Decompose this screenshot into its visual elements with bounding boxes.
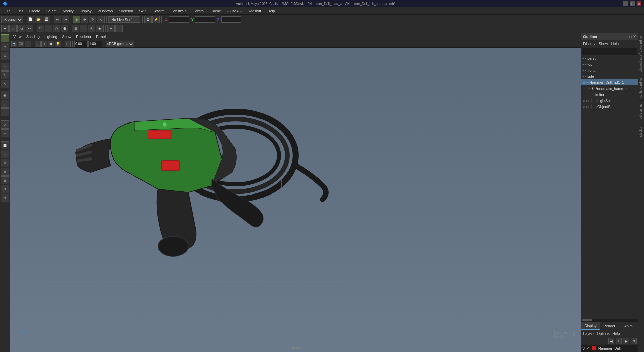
snap-grid-btn[interactable]: ⊞	[72, 25, 79, 32]
layout6-btn[interactable]: ⊞	[1, 185, 9, 193]
tree-item-light-set[interactable]: ◈ defaultLightSet	[581, 98, 638, 104]
hide-btn[interactable]: ⊗	[1, 129, 9, 137]
rotate-btn[interactable]: ↻	[89, 16, 96, 23]
outliner-menu-help[interactable]: Help	[611, 42, 619, 46]
move-tool-btn[interactable]: ✛	[1, 63, 9, 71]
vp-grid-btn[interactable]: ⊞	[25, 41, 31, 47]
tree-item-hammer-drill[interactable]: ⊕ ─ Hammer_Drill_nd1_1	[581, 79, 638, 85]
paint-btn[interactable]: ✏	[26, 25, 33, 32]
rotate-tool-btn[interactable]: ↻	[1, 71, 9, 79]
vp-wireframe-btn[interactable]: ⬚	[35, 41, 41, 47]
plus-btn[interactable]: +	[107, 25, 115, 32]
anim-tab[interactable]: Anim	[619, 322, 638, 330]
outliner-maximize[interactable]: □	[629, 34, 632, 39]
vp-menu-panels[interactable]: Panels	[94, 34, 110, 39]
snap-curve-btn[interactable]: ⌒	[80, 25, 87, 32]
help-label[interactable]: Help	[612, 331, 620, 336]
arrow-btn[interactable]: ↗	[9, 25, 17, 32]
outliner-hscrollbar[interactable]	[581, 319, 638, 322]
minimize-button[interactable]: ─	[623, 1, 628, 6]
tree-item-limiter[interactable]: Limiter	[581, 92, 638, 98]
gamma-select[interactable]: sRGB gamma	[106, 41, 134, 47]
layer-settings-btn[interactable]: ⚙	[631, 338, 637, 344]
tree-item-object-set[interactable]: ◈ defaultObjectSet	[581, 104, 638, 110]
free-sel-btn[interactable]: ⬢	[61, 25, 68, 32]
layout1-btn[interactable]: ⬜	[1, 141, 9, 149]
layers-label[interactable]: Layers	[583, 331, 594, 336]
vp-smooth-btn[interactable]: ○	[41, 41, 47, 47]
transform-btn[interactable]: ✛	[1, 25, 9, 32]
close-button[interactable]: ✕	[637, 1, 641, 6]
menu-item-help[interactable]: Help	[265, 8, 278, 14]
menu-item-deform[interactable]: Deform	[150, 8, 167, 14]
menu-item-create[interactable]: Create	[27, 8, 43, 14]
menu-item-skin[interactable]: Skin	[136, 8, 149, 14]
menu-item-constrain[interactable]: Constrain	[168, 8, 189, 14]
show-manip-btn[interactable]: ⊕	[1, 120, 9, 129]
redo-btn[interactable]: ↪	[62, 16, 69, 23]
menu-item-select[interactable]: Select	[44, 8, 59, 14]
options-label[interactable]: Options	[597, 331, 610, 336]
tree-item-front[interactable]: ■■ front	[581, 67, 638, 73]
menu-item-modify[interactable]: Modify	[60, 8, 76, 14]
menu-item-redshift[interactable]: Redshift	[245, 8, 264, 14]
menu-item-display[interactable]: Display	[77, 8, 94, 14]
mode-dropdown[interactable]: Rigging	[1, 16, 23, 23]
display-tab[interactable]: Display	[581, 322, 600, 330]
strip-channel-box[interactable]: Channel Box / Layer Editor	[638, 33, 644, 75]
save-btn[interactable]: 💾	[43, 16, 50, 23]
strip-display[interactable]: Display	[638, 124, 644, 140]
render-tab[interactable]: Render	[600, 322, 619, 330]
menu-item-windows[interactable]: Windows	[95, 8, 116, 14]
x-input[interactable]	[169, 16, 189, 23]
scale-btn[interactable]: ⤡	[97, 16, 105, 23]
vp-menu-show[interactable]: Show	[60, 34, 74, 39]
outliner-search-input[interactable]	[582, 48, 637, 55]
tree-item-persp[interactable]: ■■ persp	[581, 55, 638, 61]
tree-item-side[interactable]: ■■ side	[581, 73, 638, 79]
vp-texture-btn[interactable]: ⬡	[65, 41, 71, 47]
outliner-minimize[interactable]: ─	[626, 34, 628, 39]
z-input[interactable]	[221, 16, 241, 23]
scale-tool-btn[interactable]: ⤡	[1, 80, 9, 88]
outliner-close[interactable]: ✕	[633, 34, 636, 39]
no-live-surface-btn[interactable]: No Live Surface	[108, 16, 140, 23]
vp-film-btn[interactable]: 🎬	[18, 41, 24, 47]
lasso-btn[interactable]: ◁	[17, 25, 25, 32]
vp-value2-input[interactable]	[88, 41, 102, 47]
vp-menu-view[interactable]: View	[11, 34, 24, 39]
layout2-btn[interactable]: ⬛	[1, 150, 9, 158]
outliner-menu-show[interactable]: Show	[599, 42, 608, 46]
snap-point-btn[interactable]: ◎	[88, 25, 95, 32]
snap-view-btn[interactable]: ◉	[96, 25, 104, 32]
sculpt-btn[interactable]: ⬚	[1, 100, 9, 108]
box-sel-btn[interactable]: ⬚	[37, 25, 44, 32]
vp-menu-lighting[interactable]: Lighting	[42, 34, 59, 39]
ipr-btn[interactable]: ⚡	[152, 16, 160, 23]
vp-menu-shading[interactable]: Shading	[24, 34, 42, 39]
tree-item-pneumatic[interactable]: ▷ ◈ Pneumatic_hammer	[581, 85, 638, 92]
render-view-btn[interactable]: 🖼	[144, 16, 152, 23]
menu-item-edit[interactable]: Edit	[14, 8, 26, 14]
vp-menu-renderer[interactable]: Renderer	[74, 34, 93, 39]
layout4-btn[interactable]: ▦	[1, 168, 9, 176]
vp-light-btn[interactable]: 💡	[55, 41, 61, 47]
paint-tool-btn[interactable]: ✏	[1, 52, 9, 60]
minus-btn[interactable]: ×	[115, 25, 123, 32]
menu-item-file[interactable]: File	[2, 8, 13, 14]
menu-item-3dtoall[interactable]: -3DtoAll-	[225, 8, 244, 14]
viewport-canvas[interactable]: persp Symmetry: Off Soft Select: Off →	[10, 48, 581, 352]
layout3-btn[interactable]: ▥	[1, 159, 9, 167]
strip-tool-settings[interactable]: Tool Settings	[638, 101, 644, 124]
layer-prev-btn[interactable]: ◀	[608, 338, 614, 344]
y-input[interactable]	[195, 16, 215, 23]
undo-btn[interactable]: ↩	[54, 16, 61, 23]
open-btn[interactable]: 📂	[35, 16, 42, 23]
menu-item-skeleton[interactable]: Skeleton	[116, 8, 136, 14]
maximize-button[interactable]: □	[630, 1, 635, 6]
outliner-menu-display[interactable]: Display	[583, 42, 595, 46]
soft-mod-btn[interactable]: ◉	[1, 91, 9, 99]
layout7-btn[interactable]: ⊟	[1, 194, 9, 202]
tree-item-top[interactable]: ■■ top	[581, 61, 638, 67]
menu-item-control[interactable]: Control	[190, 8, 207, 14]
